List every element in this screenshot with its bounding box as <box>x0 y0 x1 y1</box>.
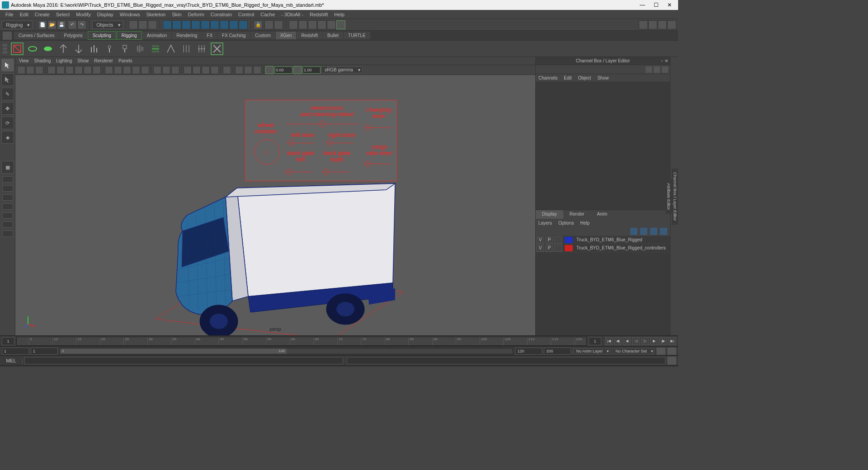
rotate-tool[interactable]: ⟳ <box>1 117 14 129</box>
menu-display[interactable]: Display <box>94 11 116 18</box>
vp-safe-action-icon[interactable] <box>84 66 92 74</box>
vp-colorspace-dropdown[interactable]: sRGB gamma <box>321 66 363 73</box>
layer-menu-layers[interactable]: Layers <box>538 221 552 226</box>
menu-file[interactable]: File <box>3 11 16 18</box>
range-start-input[interactable] <box>2 348 29 355</box>
cb-icon-1[interactable] <box>646 66 652 73</box>
vp-shaded-icon[interactable] <box>114 66 122 74</box>
selection-mode-dropdown[interactable]: Objects <box>92 21 123 29</box>
rig-wheel-rotation-control[interactable] <box>255 139 280 164</box>
layer-visibility-toggle[interactable]: V <box>536 244 544 252</box>
lock-selection-icon[interactable]: 🔒 <box>254 20 263 29</box>
layer-tab-render[interactable]: Render <box>563 210 591 219</box>
menu-skeleton[interactable]: Skeleton <box>143 11 168 18</box>
vp-menu-renderer[interactable]: Renderer <box>94 58 113 63</box>
current-frame-start[interactable]: 1 <box>2 337 14 345</box>
range-inner-start-input[interactable] <box>31 348 58 355</box>
shelf-tool-5-icon[interactable] <box>72 42 85 55</box>
highlight-icon[interactable] <box>264 20 274 29</box>
current-frame-end[interactable]: 1 <box>589 337 601 345</box>
go-to-end-icon[interactable]: ▶| <box>668 337 676 345</box>
layer-color-swatch[interactable] <box>565 245 573 251</box>
play-forward-icon[interactable]: ▷ <box>641 337 649 345</box>
cb-menu-edit[interactable]: Edit <box>564 75 571 80</box>
panel-layout-2-icon[interactable] <box>648 20 657 29</box>
shelf-tab-bullet[interactable]: Bullet <box>323 32 343 39</box>
menu-select[interactable]: Select <box>53 11 73 18</box>
layer-move-up-icon[interactable] <box>630 228 637 235</box>
menu-control[interactable]: Control <box>236 11 257 18</box>
vp-menu-lighting[interactable]: Lighting <box>56 58 72 63</box>
shelf-tab-turtle[interactable]: TURTLE <box>344 32 370 39</box>
step-forward-key-icon[interactable]: |▶ <box>659 337 667 345</box>
vp-textured-icon[interactable] <box>123 66 131 74</box>
menu-windows[interactable]: Windows <box>117 11 143 18</box>
vp-image-plane-icon[interactable] <box>35 66 43 74</box>
snap-plane-icon[interactable] <box>191 20 200 29</box>
rig-back-gate-left-knob[interactable] <box>286 169 292 175</box>
shelf-tool-8-icon[interactable] <box>118 42 131 55</box>
truck-model[interactable] <box>156 179 409 335</box>
undo-icon[interactable]: ↶ <box>68 20 77 29</box>
ipr-render-icon[interactable] <box>298 20 307 29</box>
vp-nurbs-icon[interactable] <box>244 66 252 74</box>
menu-constrain[interactable]: Constrain <box>208 11 235 18</box>
open-scene-icon[interactable]: 📂 <box>47 20 57 29</box>
select-by-object-icon[interactable] <box>138 20 147 29</box>
close-button[interactable]: ✕ <box>663 2 676 8</box>
vp-safe-title-icon[interactable] <box>93 66 101 74</box>
save-scene-icon[interactable]: 💾 <box>57 20 66 29</box>
layout-small-7[interactable] <box>2 230 13 237</box>
menu-create[interactable]: Create <box>32 11 52 18</box>
shelf-tab-rigging[interactable]: Rigging <box>117 31 142 40</box>
vp-multi-sample-icon[interactable] <box>202 66 210 74</box>
vp-far-clip-icon[interactable] <box>293 66 302 74</box>
range-inner-end-input[interactable] <box>515 348 542 355</box>
layout-small-3[interactable] <box>2 194 13 201</box>
vp-subdiv-icon[interactable] <box>253 66 261 74</box>
rig-right-door-knob[interactable] <box>326 140 333 146</box>
rig-left-door-knob[interactable] <box>288 140 294 146</box>
command-input[interactable] <box>24 357 343 364</box>
snap-point-icon[interactable] <box>182 20 191 29</box>
vp-isolate-icon[interactable] <box>153 66 161 74</box>
hypershade-icon[interactable] <box>327 20 336 29</box>
layout-small-1[interactable] <box>2 176 13 183</box>
menu-deform[interactable]: Deform <box>185 11 207 18</box>
range-track[interactable]: 1120 <box>60 348 513 354</box>
menu-modify[interactable]: Modify <box>73 11 93 18</box>
vp-gate-mask-icon[interactable] <box>75 66 83 74</box>
vp-xray-icon[interactable] <box>162 66 170 74</box>
snap-live-icon[interactable] <box>201 20 210 29</box>
vp-res-gate-icon[interactable] <box>66 66 74 74</box>
panel-close-icon[interactable]: ✕ <box>665 58 668 63</box>
shelf-tool-10-icon[interactable] <box>149 42 162 55</box>
vp-dof-icon[interactable] <box>211 66 219 74</box>
layer-new-empty-icon[interactable] <box>650 228 657 235</box>
shelf-tab-animation[interactable]: Animation <box>142 32 171 39</box>
layer-row[interactable]: VPTruck_BYD_ETM6_Blue_Rigged <box>536 236 670 244</box>
rig-control-panel[interactable]: wheelrotation wheel turnsand steering wh… <box>245 100 397 181</box>
step-back-icon[interactable]: ◀ <box>623 337 631 345</box>
render-globals-icon[interactable] <box>336 20 345 29</box>
shelf-tab-xgen[interactable]: XGen <box>276 32 297 39</box>
vp-menu-view[interactable]: View <box>19 58 29 63</box>
shelf-tool-1-icon[interactable] <box>11 42 24 55</box>
vp-shadows-icon[interactable] <box>141 66 149 74</box>
shelf-tool-11-icon[interactable] <box>165 42 177 55</box>
cb-icon-2[interactable] <box>654 66 660 73</box>
anim-layer-dropdown[interactable]: No Anim Layer <box>573 348 610 354</box>
script-lang-label[interactable]: MEL <box>0 358 23 363</box>
menu-edit[interactable]: Edit <box>17 11 31 18</box>
select-tool[interactable] <box>1 59 14 71</box>
layer-color-swatch[interactable] <box>565 237 573 243</box>
time-slider[interactable]: 1 51015202530354045505560657075808590951… <box>0 335 678 346</box>
lasso-tool[interactable] <box>1 73 14 86</box>
layer-tab-anim[interactable]: Anim <box>591 210 614 219</box>
shelf-tool-12-icon[interactable] <box>180 42 193 55</box>
cb-menu-object[interactable]: Object <box>578 75 591 80</box>
snap-curve-icon[interactable] <box>172 20 181 29</box>
select-by-hierarchy-icon[interactable] <box>129 20 138 29</box>
time-track[interactable]: 5101520253035404550556065707580859095100… <box>16 337 587 346</box>
shelf-tool-4-icon[interactable] <box>57 42 70 55</box>
